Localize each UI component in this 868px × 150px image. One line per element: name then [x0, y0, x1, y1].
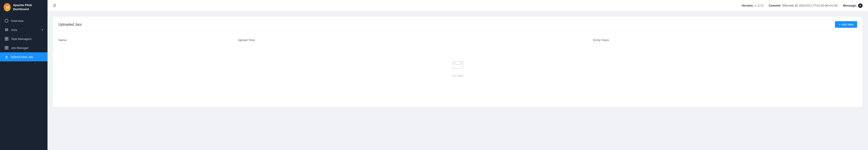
- svg-rect-10: [5, 48, 6, 49]
- top-header: ☰ Version: 1.17.0 Commit: 69ecda0 @ 2023…: [48, 0, 868, 11]
- jobs-chevron-icon: ▾: [42, 29, 43, 31]
- sidebar-header: 🐿 Apache Flink Dashboard: [0, 0, 48, 14]
- col-header-name: Name: [58, 38, 238, 42]
- message-count[interactable]: 0: [858, 3, 863, 8]
- content-card: Uploaded Jars + Add New Name Upload Time…: [53, 17, 863, 107]
- version-label: Version:: [742, 4, 753, 7]
- page-title: Uploaded Jars: [58, 23, 82, 27]
- sidebar-item-task-managers[interactable]: Task Managers: [0, 34, 48, 43]
- no-data-container: No Data: [58, 44, 857, 91]
- svg-rect-6: [5, 39, 6, 40]
- sidebar-item-jobs[interactable]: Jobs▾: [0, 25, 48, 34]
- commit-value: 69ecda0 @ 2023-03-17T10:30:06+01:00: [782, 4, 838, 7]
- svg-point-0: [5, 19, 8, 22]
- svg-rect-3: [5, 31, 8, 31]
- add-new-button[interactable]: + Add New: [835, 21, 857, 28]
- commit-label: Commit:: [769, 4, 781, 7]
- svg-rect-5: [7, 37, 8, 39]
- sidebar: 🐿 Apache Flink Dashboard OverviewJobs▾Ta…: [0, 0, 48, 150]
- svg-rect-8: [5, 46, 6, 48]
- jobs-icon: [4, 28, 9, 32]
- card-header: Uploaded Jars + Add New: [58, 21, 857, 32]
- task-managers-label: Task Managers: [11, 37, 43, 41]
- svg-rect-4: [5, 37, 6, 39]
- message-label: Message:: [843, 4, 857, 7]
- svg-rect-12: [5, 58, 8, 59]
- col-header-entry-class: Entry Class: [593, 38, 857, 42]
- jobs-label: Jobs: [11, 28, 39, 32]
- app-logo: 🐿: [4, 3, 11, 11]
- app-title: Apache Flink Dashboard: [13, 3, 44, 11]
- sidebar-item-overview[interactable]: Overview: [0, 16, 48, 25]
- content-area: Uploaded Jars + Add New Name Upload Time…: [48, 11, 868, 150]
- svg-rect-2: [5, 30, 8, 30]
- svg-rect-9: [7, 46, 8, 48]
- overview-icon: [4, 19, 9, 23]
- task-managers-icon: [4, 37, 9, 41]
- message-info: Message: 0: [843, 3, 863, 8]
- submit-new-job-label: Submit New Job: [11, 55, 43, 59]
- sidebar-item-job-manager[interactable]: Job Manager: [0, 43, 48, 52]
- main-wrapper: ☰ Version: 1.17.0 Commit: 69ecda0 @ 2023…: [48, 0, 868, 150]
- no-data-text: No Data: [452, 74, 464, 77]
- svg-rect-1: [5, 29, 8, 29]
- menu-icon[interactable]: ☰: [53, 3, 56, 8]
- sidebar-nav: OverviewJobs▾Task ManagersJob ManagerSub…: [0, 14, 48, 150]
- svg-rect-7: [7, 39, 8, 40]
- sidebar-item-submit-new-job[interactable]: Submit New Job: [0, 52, 48, 61]
- header-right: Version: 1.17.0 Commit: 69ecda0 @ 2023-0…: [742, 3, 863, 8]
- table-header: Name Upload Time Entry Class: [58, 36, 857, 44]
- no-data-icon: [451, 58, 465, 71]
- version-value: 1.17.0: [755, 4, 764, 7]
- job-manager-label: Job Manager: [11, 46, 43, 50]
- job-manager-icon: [4, 46, 9, 50]
- commit-info: Commit: 69ecda0 @ 2023-03-17T10:30:06+01…: [769, 4, 837, 7]
- submit-new-job-icon: [4, 55, 9, 59]
- col-header-upload-time: Upload Time: [238, 38, 593, 42]
- overview-label: Overview: [11, 19, 43, 23]
- svg-rect-13: [453, 61, 463, 69]
- svg-rect-11: [7, 48, 8, 49]
- version-info: Version: 1.17.0: [742, 4, 763, 7]
